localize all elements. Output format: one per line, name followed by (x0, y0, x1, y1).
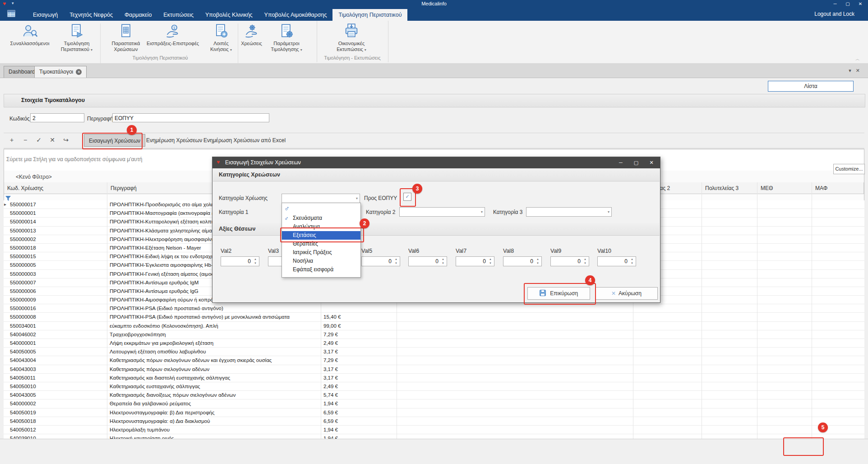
dialog-minimize-button[interactable]: ─ (613, 157, 628, 168)
cell-charge-code: 540000001 (10, 339, 106, 347)
table-row[interactable]: 550000008ΠΡΟΛΗΠΤΙΚΗ-PSA (Ειδικό προστατι… (4, 313, 864, 321)
tab-close-icon[interactable]: ✕ (76, 69, 82, 75)
cell-description: Λειτουργική εξέταση οπισθίου λαβυρίνθου (110, 348, 322, 356)
menu-tab-1[interactable]: Τεχνητός Νεφρός (64, 9, 119, 21)
menu-tab-3[interactable]: Εκτυπώσεις (157, 9, 199, 21)
table-row[interactable]: 540050012Ηλεκτρομάλαξη τυμπάνου1,94 € (4, 426, 864, 434)
spinner-arrows-icon[interactable]: ▲▼ (582, 257, 588, 265)
code-field[interactable]: 2 (30, 113, 84, 122)
menu-tab-2[interactable]: Φαρμακείο (119, 9, 157, 21)
category3-combo[interactable]: ▾ (526, 207, 612, 217)
description-label: Περιγραφή (87, 116, 113, 122)
window-close-button[interactable]: ✕ (854, 0, 866, 8)
cell-description: Ηλεκτρομάλαξη τυμπάνου (110, 426, 322, 434)
dropdown-item-1[interactable]: ♂Σκευάσματα (282, 214, 360, 223)
spinner-arrows-icon[interactable]: ▲▼ (535, 257, 540, 265)
description-field[interactable]: ΕΟΠΥΥ (112, 113, 269, 122)
category2-label: Κατηγορία 2 (366, 209, 395, 215)
column-header-icu[interactable]: ΜΕΘ (757, 182, 812, 194)
cell-charge-code: 550000014 (10, 218, 106, 226)
refresh-record-button[interactable]: ↪ (61, 136, 70, 144)
dialog-cancel-button[interactable]: ✕Ακύρωση (595, 287, 658, 300)
annotation-badge-1: 1 (127, 125, 137, 135)
section-title: Κατηγορίες Χρεώσεων (219, 172, 280, 178)
value-spinner-Val8[interactable]: 0▲▼ (503, 256, 542, 266)
ribbon-collapse-icon[interactable]: ︿ (855, 56, 860, 62)
column-header-luxury3[interactable]: Πολυτελείας 3 (702, 182, 757, 194)
eopyy-label: Προς ΕΟΠΥΥ (364, 195, 397, 201)
charge-category-combo[interactable]: ▾ (282, 194, 360, 203)
window-maximize-button[interactable]: ▢ (842, 0, 854, 8)
table-row[interactable]: 540043005Καθετηριασμός διανοίξεως πόρων … (4, 391, 864, 399)
ribbon-button-label: Συναλλασσόμενοι (6, 41, 53, 46)
dialog-maximize-button[interactable]: ▢ (628, 157, 644, 168)
cell-description: ΠΡΟΛΗΠΤΙΚΗ-PSA (Ειδικό προστατικό αντιγό… (110, 304, 322, 312)
cell-charge-code: 550000017 (10, 200, 106, 209)
table-row[interactable]: 540050019Ηλεκτρονυσταγμογραφία: β) Δια π… (4, 408, 864, 417)
customize-button[interactable]: Customize... (833, 164, 865, 174)
dialog-close-button[interactable]: ✕ (644, 157, 659, 168)
category2-combo[interactable]: ▾ (399, 207, 485, 217)
tab-strip-close-icon[interactable]: ✕ (856, 68, 864, 73)
spinner-arrows-icon[interactable]: ▲▼ (629, 257, 635, 265)
table-row[interactable]: 540000001Λήψη εκκριμάτων για μικροβιολογ… (4, 339, 864, 348)
ribbon-button-label: Εισπράξεις-Επιστροφές (142, 41, 204, 46)
cell-charge-code: 550000018 (10, 244, 106, 252)
tab-list-caret-icon[interactable]: ▾ (849, 68, 856, 73)
value-spinner-Val9[interactable]: 0▲▼ (550, 256, 589, 266)
cell-charge-code: 550000009 (10, 296, 106, 304)
table-row[interactable]: 540043003Καθετηριασμός πόρων σιελογόνων … (4, 365, 864, 374)
annotation-badge-3: 3 (412, 184, 422, 194)
value-spinner-Val10[interactable]: 0▲▼ (597, 256, 636, 266)
dropdown-item-6[interactable]: Νοσήλια (282, 257, 360, 265)
table-row[interactable]: 540046002Τραχειοβρογχοσκόπηση7,29 € (4, 330, 864, 339)
value-spinner-Val5[interactable]: 0▲▼ (361, 256, 400, 266)
value-spinner-Val2[interactable]: 0▲▼ (221, 256, 259, 266)
delete-record-button[interactable]: − (21, 136, 30, 144)
cell-amount: 7,29 € (323, 330, 396, 339)
cell-amount: 3,17 € (323, 348, 396, 356)
logout-and-lock-button[interactable]: Logout and Lock (814, 11, 854, 17)
table-row[interactable]: 540050005Λειτουργική εξέταση οπισθίου λα… (4, 348, 864, 356)
cell-charge-code: 540043003 (10, 365, 106, 373)
dropdown-item-5[interactable]: Ιατρικές Πράξεις (282, 248, 360, 257)
menu-tab-6[interactable]: Τιμολόγηση Περιστατικού (332, 9, 407, 21)
dialog-title-bar[interactable]: ♥ Εισαγωγή Στοιχείων Χρεώσεων ─ ▢ ✕ (212, 157, 660, 168)
confirm-record-button[interactable]: ✓ (34, 136, 43, 144)
cell-amount: 6,59 € (323, 417, 396, 425)
add-record-button[interactable]: + (7, 136, 16, 144)
cell-description: Τραχειοβρογχοσκόπηση (110, 330, 322, 339)
column-header-maf[interactable]: ΜΑΦ (812, 182, 864, 194)
table-row[interactable]: 540043004Καθετηριασμός πόρων σιελογόνων … (4, 356, 864, 365)
grid-filter-text[interactable]: <Κενό Φίλτρο> (16, 174, 52, 180)
menu-tab-5[interactable]: Υποβολές Αιμοκάθαρσης (259, 9, 333, 21)
table-row[interactable]: 540050011Καθετηριασμός και διαστολή ευστ… (4, 374, 864, 382)
spinner-arrows-icon[interactable]: ▲▼ (253, 257, 258, 265)
spinner-arrows-icon[interactable]: ▲▼ (440, 257, 446, 265)
value-spinner-Val7[interactable]: 0▲▼ (456, 256, 494, 266)
dropdown-item-blank[interactable]: ♂ (282, 203, 360, 214)
list-view-button[interactable]: Λίστα (768, 81, 854, 92)
chevron-down-icon: ▾ (230, 48, 232, 52)
value-spinner-Val6[interactable]: 0▲▼ (408, 256, 447, 266)
spinner-arrows-icon[interactable]: ▲▼ (488, 257, 493, 265)
spinner-arrows-icon[interactable]: ▲▼ (393, 257, 399, 265)
table-row[interactable]: 550034001εύκαμπτο ενδοσκόπιο (Κολονοσκόπ… (4, 322, 864, 330)
tab-update-charges[interactable]: Ενημέρωση Χρεώσεων (142, 134, 207, 147)
window-minimize-button[interactable]: ─ (829, 0, 841, 8)
menu-tab-4[interactable]: Υποβολές Κλινικής (199, 9, 259, 21)
table-row[interactable]: 540050018Ηλεκτρονυσταγμογραφία: α) Δια δ… (4, 417, 864, 426)
table-row[interactable]: 550000016ΠΡΟΛΗΠΤΙΚΗ-PSA (Ειδικό προστατι… (4, 304, 864, 313)
table-row[interactable]: 540000002Θεραπεία δια γαλβανικού ρεύματο… (4, 399, 864, 408)
cell-description: Λήψη εκκριμάτων για μικροβιολογική εξέτα… (110, 339, 322, 347)
cancel-record-button[interactable]: ✕ (48, 136, 57, 144)
tab-pricelists[interactable]: Τιμοκατάλογοι✕ (34, 66, 87, 78)
tab-update-charges-excel[interactable]: Ενημέρωση Χρεώσεων από Excel (199, 134, 290, 147)
dropdown-item-7[interactable]: Εφάπαξ εισφορά (282, 265, 360, 274)
cell-description: Θεραπεία δια γαλβανικού ρεύματος (110, 399, 322, 408)
menu-tab-0[interactable]: Εισαγωγή (27, 9, 64, 21)
table-row[interactable]: 540050010Καθετηριασμός ευσταχιανής σάλπι… (4, 382, 864, 391)
filter-funnel-icon[interactable] (5, 195, 11, 203)
cell-amount: 2,49 € (323, 339, 396, 347)
column-header-code[interactable]: Κωδ. Χρέωσης (4, 182, 107, 194)
